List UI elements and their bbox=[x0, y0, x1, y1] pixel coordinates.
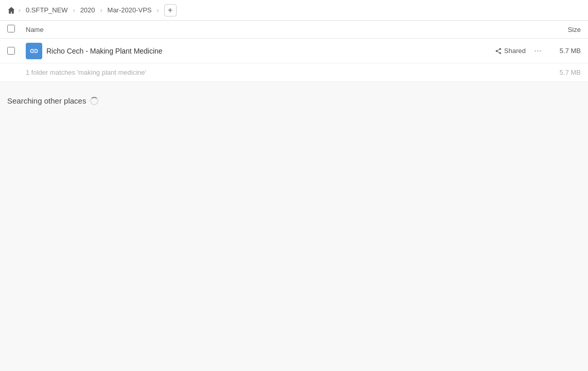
breadcrumb-sep-3: › bbox=[100, 7, 102, 14]
breadcrumb-item-sftp[interactable]: 0.SFTP_NEW bbox=[24, 5, 70, 15]
file-size-label: 5.7 MB bbox=[550, 47, 581, 55]
summary-row: 1 folder matches 'making plant medicine'… bbox=[0, 63, 588, 82]
breadcrumb-item-mar[interactable]: Mar-2020-VPS bbox=[106, 5, 154, 15]
searching-section: Searching other places bbox=[0, 82, 588, 110]
add-breadcrumb-button[interactable]: + bbox=[164, 4, 177, 16]
file-row-checkbox[interactable] bbox=[7, 47, 26, 55]
file-name-label: Richo Cech - Making Plant Medicine bbox=[46, 47, 495, 55]
breadcrumb-sep-2: › bbox=[73, 7, 75, 14]
folder-icon bbox=[26, 43, 42, 59]
summary-text: 1 folder matches 'making plant medicine' bbox=[26, 69, 560, 76]
file-shared-badge: Shared bbox=[495, 47, 526, 55]
breadcrumb-item-2020[interactable]: 2020 bbox=[78, 5, 97, 15]
share-icon bbox=[495, 47, 502, 55]
breadcrumb-sep-4: › bbox=[157, 7, 159, 14]
more-options-button[interactable]: ··· bbox=[534, 45, 542, 56]
shared-label: Shared bbox=[504, 47, 526, 55]
breadcrumb-sep-1: › bbox=[19, 7, 21, 14]
file-row[interactable]: Richo Cech - Making Plant Medicine Share… bbox=[0, 39, 588, 63]
home-button[interactable] bbox=[7, 6, 15, 14]
loading-spinner bbox=[90, 97, 98, 105]
main-content: Name Size Richo Cech - Making Plant Medi… bbox=[0, 21, 588, 371]
searching-text: Searching other places bbox=[7, 96, 86, 105]
select-all-checkbox[interactable] bbox=[7, 25, 26, 34]
column-size-header: Size bbox=[540, 26, 581, 33]
breadcrumb-bar: › 0.SFTP_NEW › 2020 › Mar-2020-VPS › + bbox=[0, 0, 588, 21]
searching-label: Searching other places bbox=[7, 96, 581, 105]
column-name-header: Name bbox=[26, 26, 540, 33]
summary-size: 5.7 MB bbox=[560, 69, 581, 76]
table-header: Name Size bbox=[0, 21, 588, 39]
